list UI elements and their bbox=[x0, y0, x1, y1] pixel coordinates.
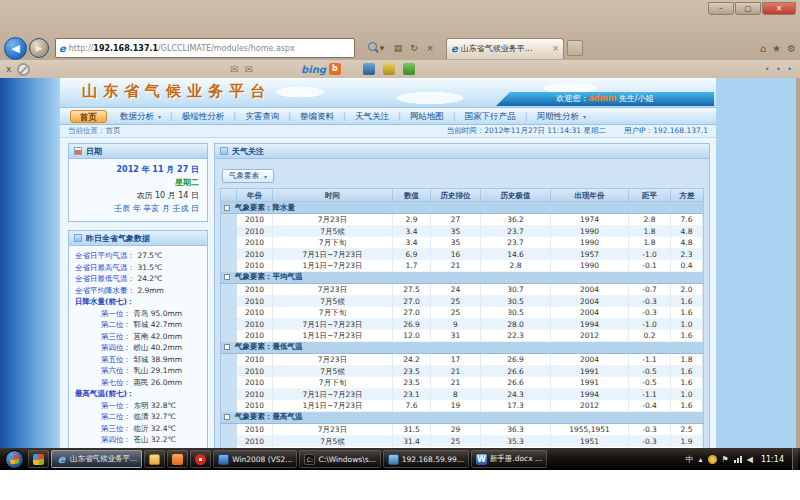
rank-value: 临沂 32.4℃ bbox=[133, 424, 176, 433]
date-panel-header: 日期 bbox=[69, 144, 207, 159]
rank-label: 第四位： bbox=[101, 435, 133, 444]
group-header-row[interactable]: 气象要素：降水量 bbox=[221, 202, 703, 214]
home-icon[interactable]: ⌂ bbox=[760, 43, 766, 54]
group-checkbox[interactable] bbox=[224, 344, 230, 350]
table-cell: 2.8 bbox=[629, 214, 671, 226]
table-cell: 7月23日 bbox=[273, 214, 393, 226]
refresh-icon[interactable]: ↻ bbox=[406, 40, 422, 56]
date-panel: 日期 2012 年 11 月 27 日 星期二 农历 10 月 14 日 壬辰 … bbox=[68, 143, 208, 222]
mail-icon[interactable]: ✉ bbox=[230, 64, 238, 75]
group-checkbox[interactable] bbox=[224, 274, 230, 280]
table-cell: 2010 bbox=[237, 424, 273, 436]
taskbar-button[interactable]: Win2008 (VS2... bbox=[213, 450, 297, 468]
compatibility-icon[interactable]: ▤ bbox=[390, 40, 406, 56]
taskbar-button[interactable]: e山东省气候业务平... bbox=[51, 450, 142, 468]
nav-item-8[interactable]: 国家下行产品 bbox=[456, 110, 525, 123]
address-tools: ▾ ▤ ↻ × bbox=[358, 40, 438, 56]
taskbar-button[interactable] bbox=[28, 450, 49, 468]
table-cell: 25 bbox=[431, 296, 481, 308]
more-options-dots[interactable]: • • • bbox=[765, 65, 794, 74]
bing-box-icon: b bbox=[329, 63, 341, 75]
summary-line: 全省平均降水量： 2.9mm bbox=[75, 285, 203, 297]
table-cell: 9 bbox=[431, 319, 481, 331]
minimize-button[interactable]: – bbox=[708, 2, 734, 15]
toolbar-app-icon-3[interactable] bbox=[403, 63, 415, 75]
close-toolbar-icon[interactable]: x bbox=[6, 64, 11, 74]
group-header-row[interactable]: 气象要素：最低气温 bbox=[221, 342, 703, 354]
search-icon[interactable] bbox=[358, 40, 374, 56]
rank-line: 第二位： 郓城 42.7mm bbox=[75, 319, 203, 331]
element-filter-button[interactable]: 气象要素 ▾ bbox=[222, 169, 274, 183]
bing-logo[interactable]: bing b bbox=[301, 63, 341, 75]
weekday: 星期二 bbox=[73, 176, 199, 189]
volume-icon[interactable]: ◀ bbox=[747, 455, 753, 464]
address-bar[interactable]: e http://192.168.137.1/GLCCLIMATE/module… bbox=[55, 38, 355, 58]
table-row: 20107月23日31.52936.31955,1951-0.32.5 bbox=[237, 424, 703, 436]
taskbar-button[interactable] bbox=[190, 450, 211, 468]
close-button[interactable]: × bbox=[762, 2, 796, 15]
ime-indicator[interactable]: 中 bbox=[686, 454, 694, 465]
group-header-row[interactable]: 气象要素：平均气温 bbox=[221, 272, 703, 284]
clock[interactable]: 11:14 bbox=[761, 455, 784, 464]
table-cell: 36.2 bbox=[481, 214, 551, 226]
taskbar: e山东省气候业务平...Win2008 (VS2...C:C:\Windows\… bbox=[0, 448, 800, 470]
nav-item-4[interactable]: 灾害查询 bbox=[236, 110, 288, 123]
table-cell: -0.5 bbox=[629, 366, 671, 378]
table-cell: 2010 bbox=[237, 354, 273, 366]
toolbar-app-icon-2[interactable] bbox=[383, 63, 395, 75]
maximize-button[interactable]: ▢ bbox=[735, 2, 761, 15]
nav-item-7[interactable]: 网站地图 bbox=[401, 110, 453, 123]
chevron-down-icon: ▾ bbox=[156, 113, 161, 120]
taskbar-button[interactable] bbox=[167, 450, 188, 468]
screenshot-margin bbox=[0, 470, 800, 500]
weather-summary-panel: 昨日全省气象数据 全省日平均气温： 27.5℃全省日最高气温： 31.5℃全省日… bbox=[68, 230, 208, 448]
table-cell: 29 bbox=[431, 424, 481, 436]
table-cell: 7月下旬 bbox=[273, 237, 393, 249]
group-checkbox[interactable] bbox=[224, 205, 230, 211]
current-time: 当前时间：2012年11月27日 11:14:31 星期二 bbox=[447, 126, 606, 136]
back-button[interactable]: ◀ bbox=[4, 37, 27, 60]
taskbar-button[interactable]: 192.168.59.99... bbox=[383, 450, 469, 468]
nav-item-9[interactable]: 周期性分析 ▾ bbox=[528, 110, 595, 123]
nav-item-1[interactable]: 首页 bbox=[70, 110, 107, 123]
table-cell: 2.0 bbox=[671, 284, 703, 296]
table-cell: 21 bbox=[431, 366, 481, 378]
toolbar-app-icon-1[interactable] bbox=[363, 63, 375, 75]
send-icon[interactable]: ✉ bbox=[245, 64, 253, 75]
table-cell: 1955,1951 bbox=[551, 424, 629, 436]
table-cell: 35 bbox=[431, 226, 481, 238]
nav-item-2[interactable]: 数据分析 ▾ bbox=[111, 110, 170, 123]
table-cell: 1月1日~7月23日 bbox=[273, 260, 393, 272]
start-button[interactable] bbox=[5, 450, 24, 469]
tools-gear-icon[interactable]: ⚙ bbox=[787, 43, 796, 54]
taskbar-button[interactable]: W新手册.docx ... bbox=[471, 450, 547, 468]
new-tab-button[interactable] bbox=[567, 40, 583, 56]
nav-item-3[interactable]: 极端性分析 bbox=[173, 110, 234, 123]
forward-button[interactable]: ▶ bbox=[29, 38, 49, 58]
action-center-flag-icon[interactable]: ⚑ bbox=[722, 455, 729, 464]
nav-item-5[interactable]: 整编资料 bbox=[291, 110, 343, 123]
rank-value: 乳山 29.1mm bbox=[133, 366, 182, 375]
group-checkbox[interactable] bbox=[224, 414, 230, 420]
stop-icon[interactable]: × bbox=[422, 40, 438, 56]
tab-close-icon[interactable]: × bbox=[552, 44, 559, 53]
favorites-star-icon[interactable]: ★ bbox=[772, 43, 781, 54]
rank-line: 第六位： 乳山 29.1mm bbox=[75, 365, 203, 377]
tray-app-icon[interactable] bbox=[708, 455, 717, 464]
group-header-row[interactable]: 气象要素：最高气温 bbox=[221, 412, 703, 424]
network-icon[interactable] bbox=[734, 455, 742, 463]
taskbar-button[interactable]: C:C:\Windows\s... bbox=[299, 450, 380, 468]
command-bar: x ✉ ✉ bing b • • • bbox=[0, 60, 800, 78]
rank-line: 第四位： 崂山 40.2mm bbox=[75, 342, 203, 354]
table-row: 20107月下旬27.02530.52004-0.31.6 bbox=[237, 307, 703, 319]
taskbar-button[interactable] bbox=[144, 450, 165, 468]
column-header: 年份 bbox=[237, 189, 273, 201]
browser-action-icons: ⌂ ★ ⚙ bbox=[760, 43, 796, 54]
table-row: 20107月5候27.02530.52004-0.31.6 bbox=[237, 296, 703, 308]
hidden-icons-arrow[interactable]: ▴ bbox=[699, 455, 703, 464]
calendar-icon bbox=[74, 147, 82, 155]
nav-item-6[interactable]: 天气关注 bbox=[346, 110, 398, 123]
show-desktop-button[interactable] bbox=[792, 448, 798, 470]
table-cell: 2010 bbox=[237, 377, 273, 389]
browser-tab[interactable]: e 山东省气候业务平... × bbox=[446, 38, 564, 59]
